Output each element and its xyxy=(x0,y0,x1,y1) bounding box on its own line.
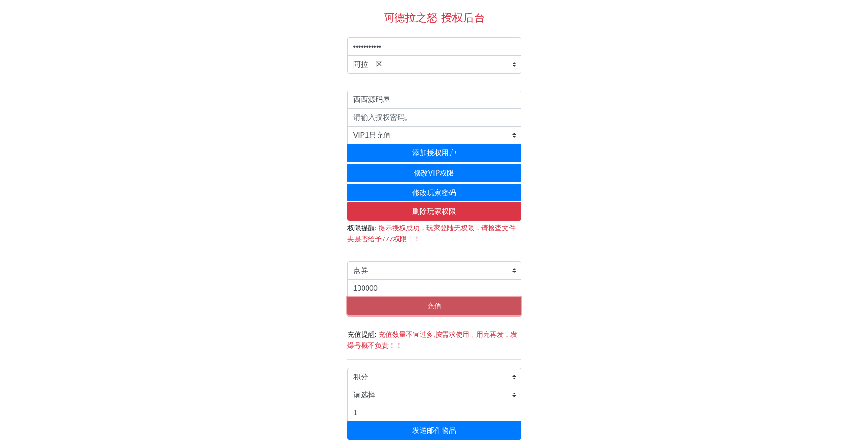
recharge-notice-label: 充值提醒: xyxy=(347,330,379,338)
send-mail-button[interactable]: 发送邮件物品 xyxy=(347,421,521,440)
password-input[interactable] xyxy=(347,37,521,56)
permission-notice: 权限提醒: 提示授权成功，玩家登陆无权限，请检查文件夹是否给予777权限！！ xyxy=(347,223,521,245)
modify-vip-button[interactable]: 修改VIP权限 xyxy=(347,164,521,182)
reward-option-select[interactable]: 请选择 xyxy=(347,386,521,404)
divider-3 xyxy=(347,359,521,360)
divider-2 xyxy=(347,253,521,253)
section-recharge: 点券 充值 xyxy=(347,261,521,315)
currency-select[interactable]: 点券 xyxy=(347,261,521,280)
section-mail: 积分 请选择 发送邮件物品 xyxy=(347,368,521,440)
reward-type-select[interactable]: 积分 xyxy=(347,368,521,386)
amount-input[interactable] xyxy=(347,279,521,298)
page-title: 阿德拉之怒 授权后台 xyxy=(347,10,521,26)
vip-select[interactable]: VIP1只充值 xyxy=(347,126,521,144)
add-auth-user-button[interactable]: 添加授权用户 xyxy=(347,144,521,162)
section-auth: VIP1只充值 添加授权用户 修改VIP权限 修改玩家密码 删除玩家权限 权限提… xyxy=(347,91,521,245)
recharge-notice: 充值提醒: 充值数量不宜过多,按需求使用，用完再发，发爆号概不负责！！ xyxy=(347,329,521,351)
username-input[interactable] xyxy=(347,91,521,109)
delete-permission-button[interactable]: 删除玩家权限 xyxy=(347,202,521,221)
main-container: 阿德拉之怒 授权后台 阿拉一区 VIP1只充值 添加授权用户 修改VIP权限 修… xyxy=(343,10,526,442)
section-login: 阿拉一区 xyxy=(347,37,521,74)
recharge-button[interactable]: 充值 xyxy=(347,297,521,315)
permission-notice-label: 权限提醒: xyxy=(347,224,379,232)
region-select[interactable]: 阿拉一区 xyxy=(347,55,521,74)
divider-1 xyxy=(347,82,521,82)
reward-amount-input[interactable] xyxy=(347,404,521,422)
modify-password-button[interactable]: 修改玩家密码 xyxy=(347,184,521,201)
auth-password-input[interactable] xyxy=(347,108,521,127)
top-divider xyxy=(0,0,868,0)
